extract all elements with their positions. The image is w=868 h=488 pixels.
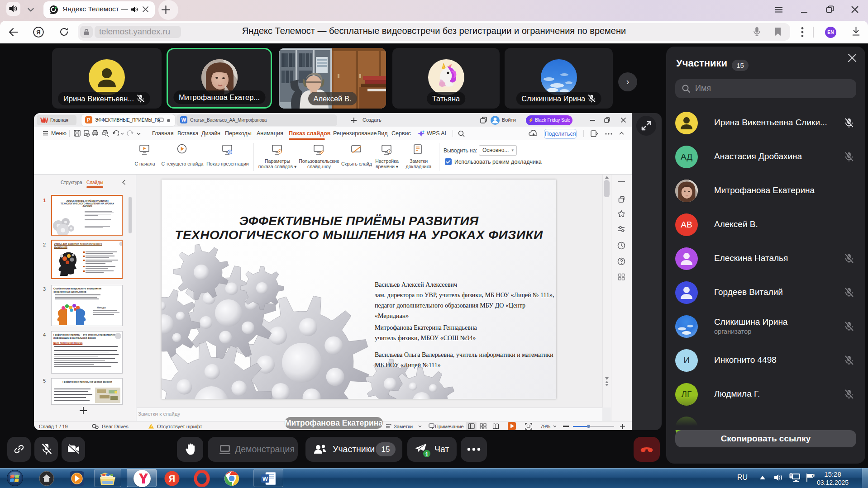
- svg-text:W: W: [262, 475, 268, 482]
- svg-text:Я: Я: [169, 474, 175, 483]
